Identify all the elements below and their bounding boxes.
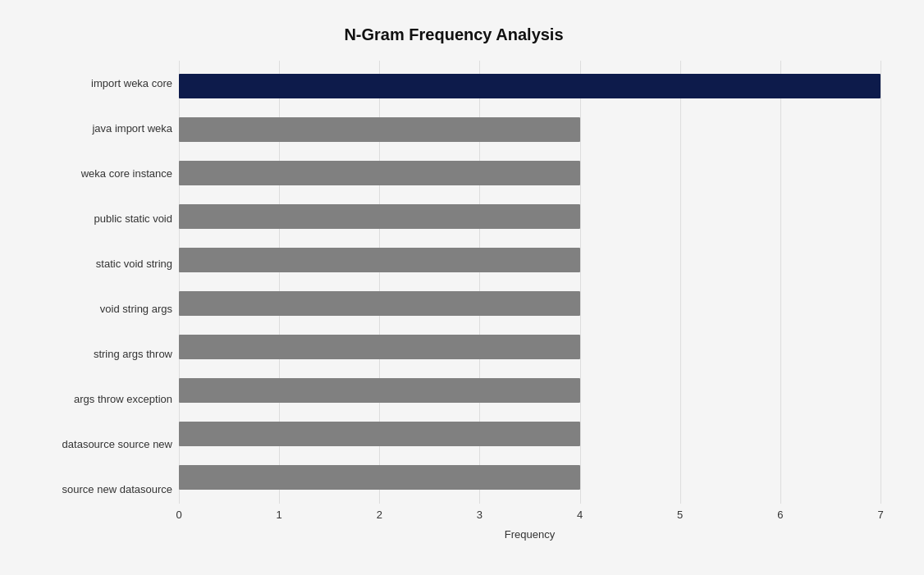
bar (179, 465, 580, 490)
grid-line (881, 61, 881, 504)
bar-row (179, 375, 881, 406)
bar (179, 335, 580, 359)
bars-grid (179, 61, 881, 504)
bar (179, 204, 580, 229)
bar (179, 291, 580, 316)
y-label: static void string (96, 258, 172, 269)
x-tick-label: 4 (577, 509, 583, 521)
bar-row (179, 462, 881, 493)
y-labels: import weka corejava import wekaweka cor… (27, 61, 179, 536)
y-label: args throw exception (74, 394, 172, 404)
bar (179, 248, 580, 272)
bars-and-xaxis: Frequency 01234567 (179, 61, 881, 536)
y-label: void string args (100, 303, 172, 314)
bar-row (179, 244, 881, 276)
bar (179, 161, 580, 185)
y-label: weka core instance (81, 168, 172, 179)
x-tick-label: 1 (277, 509, 282, 521)
chart-container: N-Gram Frequency Analysis import weka co… (11, 9, 913, 567)
bar-row (179, 288, 881, 319)
bar-row (179, 71, 881, 102)
x-axis-label: Frequency (505, 528, 555, 541)
y-label: java import weka (92, 123, 172, 134)
y-label: source new datasource (62, 484, 172, 495)
x-tick-label: 7 (877, 509, 883, 521)
y-label: public static void (94, 213, 172, 224)
bar-row (179, 331, 881, 363)
chart-title: N-Gram Frequency Analysis (27, 25, 881, 44)
x-tick-label: 5 (677, 509, 683, 521)
chart-area: import weka corejava import wekaweka cor… (27, 61, 881, 536)
bars-wrapper (179, 61, 881, 504)
bar-row (179, 157, 881, 189)
y-label: import weka core (91, 78, 172, 89)
y-label: string args throw (94, 349, 172, 359)
x-tick-label: 6 (777, 509, 783, 521)
bar-row (179, 418, 881, 450)
bar (179, 74, 881, 98)
bar-row (179, 201, 881, 232)
bar (179, 422, 580, 446)
x-tick-label: 2 (377, 509, 382, 521)
x-tick-label: 3 (477, 509, 483, 521)
y-label: datasource source new (62, 439, 172, 450)
bar (179, 378, 580, 403)
x-axis: Frequency 01234567 (179, 504, 881, 536)
bar-row (179, 114, 881, 145)
bar (179, 117, 580, 142)
x-tick-label: 0 (176, 509, 181, 521)
